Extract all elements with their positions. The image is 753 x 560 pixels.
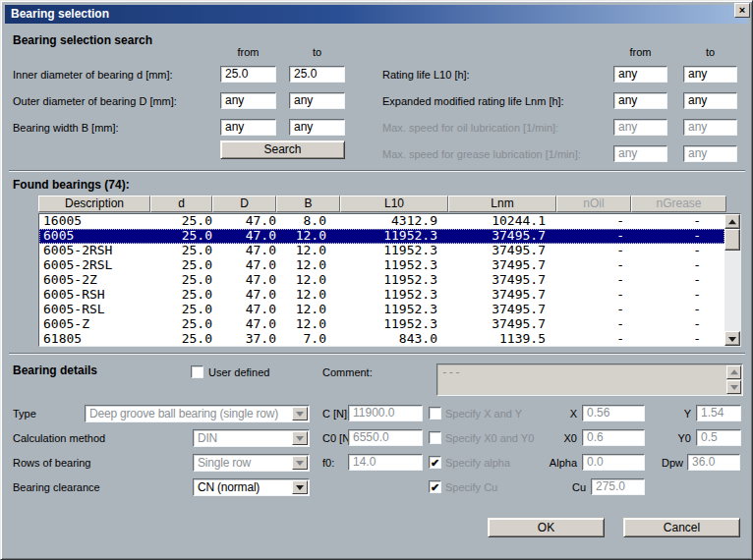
specify-checkbox-label: Specify X and Y — [445, 408, 522, 420]
search-left-to-field[interactable]: 25.0 — [289, 66, 345, 83]
to-column-header-left: to — [289, 46, 345, 58]
cell-L10: 11952.3 — [339, 273, 437, 288]
cell-nOil: - — [565, 244, 624, 258]
search-button[interactable]: Search — [220, 140, 345, 159]
search-right-to-field[interactable]: any — [683, 66, 737, 83]
specify-checkbox-2[interactable] — [429, 431, 441, 444]
column-header-nOil[interactable]: nOil — [556, 196, 631, 212]
column-header-L10[interactable]: L10 — [340, 196, 448, 212]
search-left-to-field[interactable]: any — [289, 92, 345, 109]
comment-value: --- — [441, 365, 461, 378]
user-defined-checkbox[interactable] — [191, 365, 203, 378]
cell-description: 16005 — [43, 214, 149, 229]
cell-nGrease: - — [642, 229, 701, 244]
titlebar[interactable]: Bearing selection — [5, 5, 748, 24]
search-left-row-label: Outer diameter of bearing D [mm]: — [13, 95, 177, 107]
cell-B: 12.0 — [265, 244, 326, 258]
combo-dropdown-button — [292, 407, 308, 420]
search-right-from-field[interactable]: any — [613, 66, 667, 83]
details-mid-field: 14.0 — [348, 454, 423, 471]
cell-Lnm: 37495.7 — [447, 303, 546, 317]
param-label-Alpha: Alpha — [532, 457, 577, 469]
combo-dropdown-button[interactable] — [292, 480, 308, 494]
ok-button[interactable]: OK — [488, 518, 605, 537]
cell-d: 25.0 — [151, 214, 212, 229]
cell-nGrease: - — [642, 288, 701, 303]
cell-nGrease: - — [642, 332, 701, 346]
table-row[interactable]: 6005-RSL25.047.012.011952.337495.7-- — [39, 303, 724, 317]
close-button[interactable]: × — [734, 3, 750, 18]
scroll-up-button[interactable] — [724, 214, 740, 229]
combo-value: CN (normal) — [198, 479, 291, 495]
table-row[interactable]: 6005-2RSH25.047.012.011952.337495.7-- — [39, 244, 724, 258]
cell-B: 8.0 — [265, 214, 326, 229]
details-mid-field: 6550.0 — [348, 429, 423, 446]
search-left-to-field[interactable]: any — [289, 119, 345, 136]
param-field-X0: 0.6 — [582, 429, 645, 446]
search-right-to-field: any — [683, 119, 737, 136]
search-right-row-label: Max. speed for grease lubrication [1/min… — [382, 148, 581, 160]
cell-nOil: - — [565, 273, 624, 288]
cell-nOil: - — [565, 317, 624, 332]
column-header-Lnm[interactable]: Lnm — [448, 196, 556, 212]
chevron-down-icon — [296, 485, 304, 490]
cell-d: 25.0 — [151, 303, 212, 317]
search-right-row-label: Max. speed for oil lubrication [1/min]: — [382, 122, 558, 134]
cell-d: 25.0 — [151, 332, 212, 346]
chevron-down-icon — [296, 461, 304, 466]
list-scrollbar[interactable] — [724, 214, 740, 346]
cancel-button[interactable]: Cancel — [623, 518, 740, 537]
specify-checkbox-4[interactable]: ✔ — [429, 480, 441, 493]
column-header-D[interactable]: D — [212, 196, 276, 212]
search-left-from-field[interactable]: any — [220, 119, 276, 136]
cell-description: 6005-RSL — [43, 303, 149, 317]
column-header-description[interactable]: Description — [38, 196, 150, 212]
chevron-down-icon — [296, 412, 304, 417]
found-bearings-list[interactable]: 1600525.047.08.04312.910244.1--600525.04… — [38, 213, 741, 347]
specify-checkbox-1[interactable] — [429, 407, 441, 420]
column-header-d[interactable]: d — [150, 196, 212, 212]
specify-checkbox-3[interactable]: ✔ — [429, 456, 441, 469]
table-row[interactable]: 6180525.037.07.0843.01139.5-- — [39, 332, 724, 346]
table-row[interactable]: 1600525.047.08.04312.910244.1-- — [39, 214, 724, 229]
search-right-row-label: Expanded modified rating life Lnm [h]: — [382, 95, 564, 107]
cell-Lnm: 37495.7 — [447, 288, 546, 303]
up-arrow-icon — [730, 369, 738, 374]
cell-nGrease: - — [642, 258, 701, 273]
search-right-to-field[interactable]: any — [683, 92, 737, 109]
cell-nOil: - — [565, 258, 624, 273]
search-right-from-field: any — [613, 145, 667, 162]
column-header-B[interactable]: B — [276, 196, 340, 212]
combo-dropdown-button — [292, 431, 308, 445]
column-header-nGrease[interactable]: nGrease — [631, 196, 726, 212]
cell-nGrease: - — [642, 273, 701, 288]
table-row[interactable]: 6005-2RSL25.047.012.011952.337495.7-- — [39, 258, 724, 273]
table-row[interactable]: 6005-RSH25.047.012.011952.337495.7-- — [39, 288, 724, 303]
scroll-down-button[interactable] — [724, 331, 740, 346]
param-label-X0: X0 — [532, 432, 577, 444]
scroll-thumb[interactable] — [724, 229, 740, 251]
search-right-from-field[interactable]: any — [613, 92, 667, 109]
cell-nOil: - — [565, 332, 624, 346]
cell-L10: 11952.3 — [339, 288, 437, 303]
list-rows-area: 1600525.047.08.04312.910244.1--600525.04… — [39, 214, 724, 346]
cell-L10: 843.0 — [339, 332, 437, 346]
comment-box: --- — [436, 364, 743, 396]
cell-description: 6005-2RSL — [43, 258, 149, 273]
table-row[interactable]: 6005-2Z25.047.012.011952.337495.7-- — [39, 273, 724, 288]
search-left-from-field[interactable]: any — [220, 92, 276, 109]
section-separator-2 — [9, 353, 745, 355]
to-column-header-right: to — [683, 46, 737, 58]
comment-scroll-up-button[interactable] — [726, 365, 741, 379]
param-field-Y0: 0.5 — [696, 429, 741, 446]
details-combo-4[interactable]: CN (normal) — [193, 478, 310, 496]
search-left-from-field[interactable]: 25.0 — [220, 66, 276, 83]
table-row[interactable]: 600525.047.012.011952.337495.7-- — [39, 229, 724, 244]
cell-description: 6005 — [43, 229, 149, 244]
specify-checkbox-label: Specify alpha — [445, 457, 510, 469]
cell-Lnm: 1139.5 — [447, 332, 546, 346]
combo-value: Single row — [198, 455, 291, 471]
comment-scroll-down-button[interactable] — [726, 380, 741, 394]
table-row[interactable]: 6005-Z25.047.012.011952.337495.7-- — [39, 317, 724, 332]
combo-value: Deep groove ball bearing (single row) — [89, 406, 291, 421]
